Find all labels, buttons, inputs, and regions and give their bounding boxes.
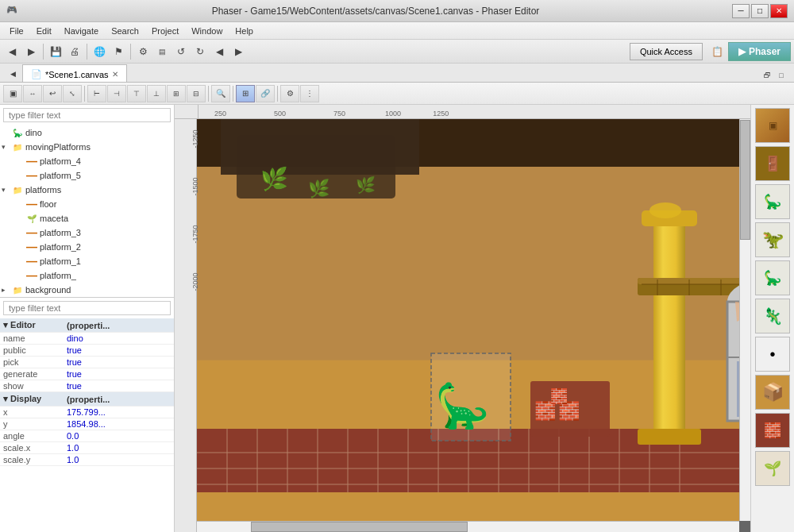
game-scene[interactable]: 🌿 🌿 🌿 [197, 119, 739, 521]
svg-rect-34 [638, 429, 701, 445]
et-sep-3 [233, 86, 233, 102]
door-asset-icon: 🚪 [764, 155, 781, 172]
menu-window[interactable]: Window [185, 25, 229, 37]
asset-thumb-dino1[interactable]: 🦕 [755, 184, 790, 219]
left-panel: 🦕 dino ▾ 📁 movingPlatforms — platform_4 [0, 105, 175, 532]
maximize-button[interactable]: □ [751, 4, 769, 18]
tree-label-maceta: maceta [40, 214, 68, 223]
svg-text:🦕: 🦕 [435, 380, 490, 432]
move-tool[interactable]: ↔ [23, 85, 42, 102]
tree-label-p5: platform_5 [40, 171, 81, 180]
align-bottom[interactable]: ⊥ [147, 85, 166, 102]
prop-public-row: public true [0, 345, 174, 357]
tree-item-platforms[interactable]: ▾ 📁 platforms [0, 183, 174, 197]
toolbar-sep-3 [130, 44, 131, 60]
back-button[interactable]: ◀ [3, 43, 21, 60]
asset-thumb-wall[interactable]: ▣ [755, 108, 790, 143]
tree-item-floor[interactable]: — floor [0, 197, 174, 211]
expand-moving[interactable]: ▾ [2, 143, 11, 151]
svg-rect-32 [653, 214, 685, 437]
prop-x-row: x 175.799... [0, 407, 174, 418]
zoom-fit[interactable]: 🔍 [211, 85, 230, 102]
editor-col-props: (properti... [64, 318, 174, 333]
globe-button[interactable]: 🌐 [91, 43, 108, 60]
tree-filter-input[interactable] [3, 108, 171, 122]
maximize-tab-btn[interactable]: □ [775, 69, 788, 82]
phaser-button[interactable]: ▶ Phaser [728, 42, 791, 61]
toolbar-btn-c[interactable]: ↺ [172, 43, 190, 60]
save-button[interactable]: 💾 [47, 43, 64, 60]
tree-item-background[interactable]: ▸ 📁 background [0, 283, 174, 297]
tree-item-platform0[interactable]: — platform_ [0, 268, 174, 283]
menu-edit[interactable]: Edit [30, 25, 58, 37]
toolbar-sep-1 [43, 44, 44, 60]
asset-thumb-door[interactable]: 🚪 [755, 146, 790, 181]
tab-left-btn[interactable]: ◀ [6, 67, 19, 80]
tree-item-dino[interactable]: 🦕 dino [0, 125, 174, 140]
svg-text:🌿: 🌿 [356, 175, 376, 195]
quick-access-button[interactable]: Quick Access [630, 43, 703, 60]
align-left[interactable]: ⊢ [87, 85, 106, 102]
print-button[interactable]: 🖨 [66, 43, 83, 60]
tree-item-movingplatforms[interactable]: ▾ 📁 movingPlatforms [0, 140, 174, 154]
flag-button[interactable]: ⚑ [110, 43, 127, 60]
toolbar-btn-d[interactable]: ↻ [191, 43, 209, 60]
asset-thumb-dino4[interactable]: 🦎 [755, 299, 790, 333]
settings-btn[interactable]: ⚙ [280, 85, 299, 102]
asset-thumb-dino2[interactable]: 🦖 [755, 222, 790, 257]
toolbar-icon-btn[interactable]: 📋 [709, 43, 727, 60]
canvas-content[interactable]: -1250 -1500 -1750 -2000 [175, 119, 750, 532]
align-top[interactable]: ⊤ [127, 85, 146, 102]
asset-thumb-crate[interactable]: 📦 [755, 375, 790, 410]
toolbar-btn-a[interactable]: ⚙ [134, 43, 152, 60]
menu-file[interactable]: File [3, 25, 30, 37]
tree-item-platform2[interactable]: — platform_2 [0, 240, 174, 254]
asset-thumb-dino3[interactable]: 🦕 [755, 260, 790, 295]
close-button[interactable]: ✕ [770, 4, 788, 18]
scene-canvas-tab[interactable]: 📄 *Scene1.canvas ✕ [22, 64, 127, 82]
horizontal-ruler: 250 500 750 1000 1250 [175, 105, 750, 119]
canvas-area[interactable]: 250 500 750 1000 1250 -1250 -1500 -1750 … [175, 105, 750, 532]
prop-pick-row: pick true [0, 357, 174, 368]
rotate-tool[interactable]: ↩ [43, 85, 62, 102]
asset-thumb-plant[interactable]: 🌱 [755, 451, 790, 486]
horizontal-scrollbar[interactable] [197, 521, 739, 532]
prop-name-row: name dino [0, 333, 174, 345]
menu-navigate[interactable]: Navigate [58, 25, 105, 37]
ruler-tick-1250: 1250 [417, 110, 464, 118]
tab-close-button[interactable]: ✕ [112, 70, 118, 79]
props-filter-input[interactable] [3, 301, 171, 315]
expand-bg[interactable]: ▸ [2, 286, 11, 294]
window-title: Phaser - Game15/WebContent/assets/canvas… [19, 6, 732, 17]
toolbar-btn-b[interactable]: ▤ [153, 43, 171, 60]
tree-item-platform4[interactable]: — platform_4 [0, 154, 174, 168]
tree-item-platform5[interactable]: — platform_5 [0, 168, 174, 183]
align-h[interactable]: ⊞ [167, 85, 186, 102]
toolbar-btn-e[interactable]: ◀ [210, 43, 228, 60]
dino3-asset-icon: 🦕 [764, 269, 781, 287]
tree-item-platform1[interactable]: — platform_1 [0, 254, 174, 268]
restore-btn[interactable]: 🗗 [761, 69, 773, 82]
minimize-button[interactable]: ─ [732, 4, 750, 18]
menu-project[interactable]: Project [145, 25, 185, 37]
select-tool[interactable]: ▣ [3, 85, 22, 102]
align-v[interactable]: ⊟ [187, 85, 206, 102]
asset-thumb-bricks[interactable]: 🧱 [755, 413, 790, 448]
svg-point-38 [649, 202, 681, 218]
svg-rect-4 [221, 119, 419, 175]
menu-help[interactable]: Help [229, 25, 260, 37]
align-center[interactable]: ⊣ [107, 85, 126, 102]
ruler-tick-250: 250 [198, 110, 250, 118]
menu-search[interactable]: Search [105, 25, 145, 37]
scale-tool[interactable]: ⤡ [63, 85, 82, 102]
forward-button[interactable]: ▶ [22, 43, 40, 60]
tree-item-maceta[interactable]: 🌱 maceta [0, 211, 174, 226]
snap-toggle[interactable]: 🔗 [256, 85, 275, 102]
toolbar-btn-f[interactable]: ▶ [229, 43, 247, 60]
vertical-scrollbar[interactable] [739, 119, 750, 521]
expand-platforms[interactable]: ▾ [2, 186, 11, 194]
tree-item-platform3[interactable]: — platform_3 [0, 226, 174, 240]
more-btn[interactable]: ⋮ [300, 85, 319, 102]
grid-toggle[interactable]: ⊞ [236, 85, 255, 102]
asset-thumb-dot[interactable]: • [755, 337, 790, 372]
